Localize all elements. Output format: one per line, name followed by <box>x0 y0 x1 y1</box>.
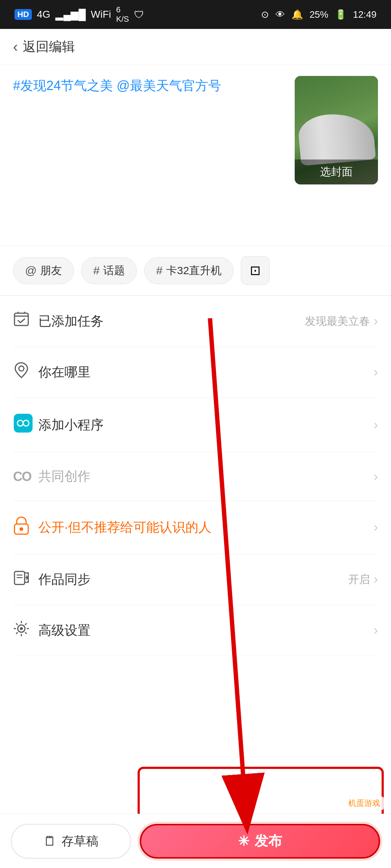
svg-point-15 <box>20 627 23 630</box>
screenshot-icon: ⊡ <box>250 263 261 278</box>
sync-right: 开启 › <box>348 572 378 587</box>
back-button[interactable]: ‹ 返回编辑 <box>13 38 75 56</box>
tag-row: @ 朋友 # 话题 # 卡32直升机 ⊡ <box>0 246 391 296</box>
lock-icon <box>13 516 38 539</box>
signal-bars: ▂▄▆█ <box>55 9 86 21</box>
location-item[interactable]: 你在哪里 › <box>13 347 378 398</box>
svg-line-20 <box>16 624 18 625</box>
battery-icon: 🔋 <box>335 9 346 20</box>
signal-4g: 4G <box>37 9 50 20</box>
thumbnail-container[interactable]: 选封面 <box>295 76 378 184</box>
at-icon: @ <box>25 264 37 277</box>
task-icon <box>13 311 38 331</box>
advanced-settings-chevron-icon: › <box>374 623 378 638</box>
advanced-settings-label: 高级设置 <box>38 622 374 639</box>
add-topic-button[interactable]: # 话题 <box>81 257 137 284</box>
advanced-settings-right: › <box>374 623 378 638</box>
privacy-item[interactable]: 公开·但不推荐给可能认识的人 › <box>13 501 378 554</box>
status-bar: HD 4G ▂▄▆█ WiFi 6K/S 🛡 ⊙ 👁 🔔 25% 🔋 12:49 <box>0 0 391 29</box>
post-text: #发现24节气之美 @最美天气官方号 <box>13 76 284 95</box>
shield-icon: 🛡 <box>134 9 144 21</box>
post-text-area[interactable]: #发现24节气之美 @最美天气官方号 <box>13 76 284 235</box>
svg-line-22 <box>25 624 26 625</box>
privacy-label: 公开·但不推荐给可能认识的人 <box>38 519 374 536</box>
content-area: #发现24节气之美 @最美天气官方号 选封面 <box>0 65 391 246</box>
sync-label: 作品同步 <box>38 571 348 588</box>
publish-star-icon: ✳ <box>238 833 249 849</box>
publish-label: 发布 <box>255 832 282 850</box>
bottom-bar: 🗒 存草稿 ✳ 发布 <box>0 814 391 868</box>
screenshot-tag-button[interactable]: ⊡ <box>241 256 270 285</box>
miniapp-right: › <box>374 417 378 433</box>
location-icon <box>13 362 38 382</box>
miniapp-chevron-icon: › <box>374 417 378 433</box>
co-create-right: › <box>374 469 378 484</box>
eye-icon: 👁 <box>276 9 285 20</box>
draft-icon: 🗒 <box>43 834 56 849</box>
task-right: 发现最美立春 › <box>305 314 378 329</box>
sync-item[interactable]: 作品同步 开启 › <box>13 554 378 605</box>
back-label: 返回编辑 <box>23 38 75 56</box>
miniapp-item[interactable]: 添加小程序 › <box>13 398 378 452</box>
location-label: 你在哪里 <box>38 363 374 381</box>
co-create-icon: CO <box>13 469 38 484</box>
sync-value: 开启 <box>348 572 370 587</box>
status-left: HD 4G ▂▄▆█ WiFi 6K/S 🛡 <box>14 5 144 24</box>
svg-rect-0 <box>14 313 28 326</box>
sync-chevron-icon: › <box>374 572 378 587</box>
miniapp-icon <box>13 413 38 437</box>
mention-friends-button[interactable]: @ 朋友 <box>13 257 74 284</box>
back-arrow-icon: ‹ <box>13 39 18 55</box>
mention-friends-label: 朋友 <box>40 263 62 278</box>
wifi-icon: WiFi <box>91 9 111 20</box>
svg-point-4 <box>19 366 24 371</box>
hash-icon: # <box>93 264 100 277</box>
miniapp-label: 添加小程序 <box>38 416 374 434</box>
co-create-item[interactable]: CO 共同创作 › <box>13 452 378 501</box>
battery-percent: 25% <box>310 9 328 20</box>
svg-line-21 <box>25 632 26 634</box>
tag-helicopter-label: 卡32直升机 <box>166 263 222 278</box>
bell-mute-icon: 🔔 <box>291 9 303 20</box>
task-value: 发现最美立春 <box>305 314 370 329</box>
hd-badge: HD <box>14 9 32 20</box>
sync-icon <box>13 569 38 590</box>
task-chevron-icon: › <box>374 314 378 329</box>
camera-icon: ⊙ <box>261 9 269 20</box>
privacy-chevron-icon: › <box>374 520 378 535</box>
task-item[interactable]: 已添加任务 发现最美立春 › <box>13 296 378 347</box>
list-section: 已添加任务 发现最美立春 › 你在哪里 › 添加小程序 › <box>0 296 391 656</box>
advanced-settings-item[interactable]: 高级设置 › <box>13 605 378 656</box>
location-chevron-icon: › <box>374 365 378 380</box>
task-label: 已添加任务 <box>38 312 305 330</box>
clock: 12:49 <box>353 9 377 20</box>
publish-button[interactable]: ✳ 发布 <box>140 824 380 859</box>
svg-point-9 <box>20 527 23 531</box>
draft-label: 存草稿 <box>62 833 98 850</box>
top-nav: ‹ 返回编辑 <box>0 29 391 65</box>
cover-select-button[interactable]: 选封面 <box>295 159 378 184</box>
status-right: ⊙ 👁 🔔 25% 🔋 12:49 <box>261 9 377 20</box>
watermark: 机蛋游戏 <box>345 796 384 810</box>
svg-line-23 <box>16 632 18 634</box>
settings-icon <box>13 620 38 641</box>
tag-helicopter-button[interactable]: # 卡32直升机 <box>144 257 234 284</box>
draft-button[interactable]: 🗒 存草稿 <box>11 824 131 859</box>
privacy-right: › <box>374 520 378 535</box>
location-right: › <box>374 365 378 380</box>
speed-indicator: 6K/S <box>116 5 129 24</box>
co-create-label: 共同创作 <box>38 468 374 485</box>
hash-icon-2: # <box>156 264 163 277</box>
co-create-chevron-icon: › <box>374 469 378 484</box>
add-topic-label: 话题 <box>103 263 125 278</box>
